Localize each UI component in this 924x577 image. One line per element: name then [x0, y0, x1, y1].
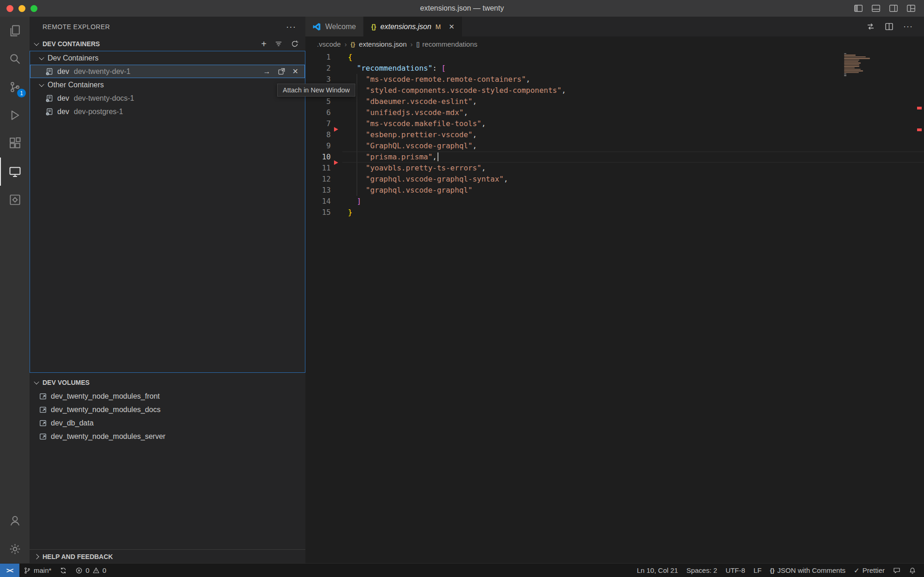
attach-container-icon[interactable]: → [263, 68, 271, 75]
extensions-icon [9, 137, 21, 150]
breadcrumb-symbol[interactable]: recommendations [422, 40, 477, 48]
vscode-logo-icon [313, 23, 321, 31]
line-content: "styled-components.vscode-styled-compone… [348, 85, 566, 96]
encoding-item[interactable]: UTF-8 [721, 564, 749, 577]
activity-accounts[interactable] [0, 507, 30, 535]
toggle-primary-sidebar-icon[interactable] [854, 4, 863, 13]
breadcrumb-folder[interactable]: .vscode [317, 40, 341, 48]
container-desc: dev-postgres-1 [74, 108, 123, 116]
line-number: 15 [305, 207, 331, 218]
volume-item[interactable]: dev_db_data [30, 416, 305, 430]
cursor-position-item[interactable]: Ln 10, Col 21 [632, 564, 682, 577]
status-bar: >< main* 0 0 Ln 10, Col 21 Spaces: 2 UTF… [0, 563, 924, 577]
remote-indicator[interactable]: >< [0, 564, 19, 577]
close-tab-icon[interactable]: ✕ [449, 23, 455, 31]
more-actions-icon[interactable]: ··· [903, 22, 913, 31]
formatter-item[interactable]: ✓ Prettier [850, 564, 889, 577]
code-editor[interactable]: 1{2 "recommendations": [3 "ms-vscode-rem… [305, 52, 924, 563]
activity-explorer[interactable] [0, 17, 30, 45]
refresh-icon[interactable] [291, 40, 299, 48]
code-line-6[interactable]: 6 "unifiedjs.vscode-mdx", [305, 107, 924, 118]
overview-ruler-mark [917, 128, 922, 131]
more-actions-icon[interactable]: ··· [286, 22, 296, 32]
tree-item-dev-postgres-1[interactable]: dev dev-postgres-1 [30, 105, 305, 118]
code-line-14[interactable]: 14 ] [305, 196, 924, 207]
code-line-9[interactable]: 9 "GraphQL.vscode-graphql", [305, 140, 924, 152]
filter-icon[interactable] [274, 40, 283, 48]
code-line-12[interactable]: 12 "graphql.vscode-graphql-syntax", [305, 174, 924, 185]
remove-container-icon[interactable]: ✕ [292, 68, 298, 75]
warning-icon [92, 567, 100, 574]
code-line-10[interactable]: 10 "prisma.prisma", [305, 152, 924, 163]
close-window-button[interactable] [6, 5, 13, 12]
eol-item[interactable]: LF [749, 564, 766, 577]
language-mode-item[interactable]: {} JSON with Comments [766, 564, 850, 577]
tree-item-dev-twenty-docs-1[interactable]: dev dev-twenty-docs-1 [30, 91, 305, 105]
volume-icon [39, 432, 47, 441]
code-line-15[interactable]: 15} [305, 207, 924, 218]
gear-icon [9, 543, 21, 555]
traffic-lights [0, 5, 55, 12]
tab-welcome[interactable]: Welcome [305, 17, 364, 36]
code-line-7[interactable]: 7 "ms-vscode.makefile-tools", [305, 118, 924, 129]
code-line-2[interactable]: 2 "recommendations": [ [305, 63, 924, 74]
tree-item-dev-twenty-dev-1[interactable]: dev dev-twenty-dev-1 → ✕ [30, 65, 305, 78]
split-editor-icon[interactable] [885, 22, 894, 31]
json-braces-icon: {} [371, 23, 376, 30]
breadcrumb-file[interactable]: extensions.json [359, 40, 407, 48]
activity-dev-containers[interactable] [0, 186, 30, 214]
tree-group-dev-containers[interactable]: Dev Containers [30, 51, 305, 65]
tab-extensions-json[interactable]: {} extensions.json M ✕ [364, 17, 462, 36]
editor-actions: ··· [866, 17, 924, 36]
toggle-panel-icon[interactable] [871, 4, 881, 13]
tree-group-other-containers[interactable]: Other Containers [30, 78, 305, 91]
activity-extensions[interactable] [0, 129, 30, 158]
line-content: "yoavbls.pretty-ts-errors", [348, 163, 486, 174]
sync-changes-item[interactable] [55, 564, 71, 577]
check-icon: ✓ [854, 566, 860, 575]
minimap-line [844, 58, 870, 59]
activity-run-debug[interactable] [0, 101, 30, 129]
line-number: 8 [305, 129, 331, 140]
breadcrumb-separator: › [410, 40, 413, 48]
minimize-window-button[interactable] [18, 5, 25, 12]
line-content: "dbaeumer.vscode-eslint", [348, 96, 477, 107]
activity-search[interactable] [0, 45, 30, 73]
activity-settings[interactable] [0, 535, 30, 563]
section-header-dev-containers[interactable]: DEV CONTAINERS + [30, 37, 305, 51]
code-line-1[interactable]: 1{ [305, 52, 924, 63]
minimap-line [844, 66, 859, 67]
git-branch-item[interactable]: main* [19, 564, 55, 577]
indentation-item[interactable]: Spaces: 2 [682, 564, 722, 577]
sidebar-remote-explorer: REMOTE EXPLORER ··· DEV CONTAINERS + Dev… [30, 17, 305, 563]
volume-item[interactable]: dev_twenty_node_modules_docs [30, 403, 305, 416]
container-name: dev [57, 94, 69, 103]
section-header-help-feedback[interactable]: HELP AND FEEDBACK [30, 549, 305, 563]
attach-new-window-icon[interactable] [278, 67, 286, 75]
code-line-4[interactable]: 4 "styled-components.vscode-styled-compo… [305, 85, 924, 96]
code-line-8[interactable]: 8 "esbenp.prettier-vscode", [305, 129, 924, 140]
container-icon [45, 67, 54, 76]
volume-item[interactable]: dev_twenty_node_modules_front [30, 389, 305, 403]
code-line-13[interactable]: 13 "graphql.vscode-graphql" [305, 185, 924, 196]
volume-item[interactable]: dev_twenty_node_modules_server [30, 430, 305, 443]
code-line-3[interactable]: 3 "ms-vscode-remote.remote-containers", [305, 74, 924, 85]
feedback-item[interactable] [889, 564, 905, 577]
section-header-dev-volumes[interactable]: DEV VOLUMES [30, 376, 305, 389]
code-line-5[interactable]: 5 "dbaeumer.vscode-eslint", [305, 96, 924, 107]
line-number: 7 [305, 118, 331, 129]
problems-item[interactable]: 0 0 [71, 564, 110, 577]
activity-remote-explorer[interactable] [0, 158, 30, 186]
add-container-icon[interactable]: + [261, 39, 267, 49]
zoom-window-button[interactable] [30, 5, 37, 12]
notifications-item[interactable] [905, 564, 920, 577]
toggle-secondary-sidebar-icon[interactable] [889, 4, 898, 13]
open-changes-icon[interactable] [866, 22, 875, 31]
line-content: "esbenp.prettier-vscode", [348, 129, 477, 140]
customize-layout-icon[interactable] [906, 4, 916, 13]
gutter-marker-icon [334, 127, 338, 132]
activity-source-control[interactable]: 1 [0, 73, 30, 101]
minimap-line [844, 56, 866, 57]
minimap[interactable] [844, 53, 876, 77]
code-line-11[interactable]: 11 "yoavbls.pretty-ts-errors", [305, 163, 924, 174]
